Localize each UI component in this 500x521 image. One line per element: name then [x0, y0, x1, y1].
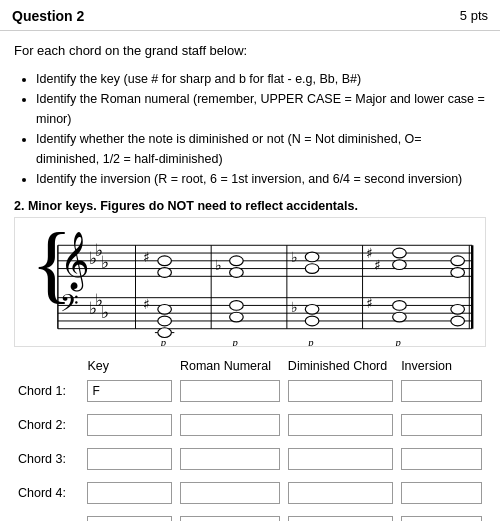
svg-text:♭: ♭ — [101, 251, 109, 271]
chord-1-inv-input[interactable] — [401, 380, 482, 402]
svg-text:♯: ♯ — [143, 297, 150, 312]
table-row: Chord 1: — [14, 377, 486, 405]
chord-4-inv-cell — [397, 479, 486, 507]
chord-5-label: Chord 5: — [14, 513, 83, 522]
question-title: Question 2 — [12, 8, 84, 24]
chord-1-key-cell — [83, 377, 176, 405]
svg-text:♭: ♭ — [89, 298, 97, 318]
svg-text:𝄞: 𝄞 — [60, 232, 90, 292]
bullet-1: Identify the key (use # for sharp and b … — [36, 69, 486, 89]
bullet-2: Identify the Roman numeral (remember, UP… — [36, 89, 486, 129]
chord-2-key-cell — [83, 411, 176, 439]
svg-text:𝄢: 𝄢 — [60, 290, 79, 322]
svg-text:♭: ♭ — [215, 257, 222, 272]
chord-4-dim-input[interactable] — [288, 482, 393, 504]
svg-text:♭: ♭ — [89, 247, 97, 267]
chord-4-key-input[interactable] — [87, 482, 172, 504]
svg-text:♯: ♯ — [366, 296, 373, 311]
chord-4-inv-input[interactable] — [401, 482, 482, 504]
chord-1-key-input[interactable] — [87, 380, 172, 402]
chord-1-roman-input[interactable] — [180, 380, 280, 402]
col-header-roman: Roman Numeral — [176, 357, 284, 377]
section-label: 2. Minor keys. Figures do NOT need to re… — [14, 199, 486, 213]
svg-text:♭: ♭ — [291, 249, 298, 264]
chord-2-dim-cell — [284, 411, 397, 439]
svg-point-36 — [230, 267, 244, 277]
svg-text:p: p — [160, 336, 166, 347]
chord-3-roman-input[interactable] — [180, 448, 280, 470]
chord-3-dim-cell — [284, 445, 397, 473]
col-header-key: Key — [83, 357, 176, 377]
chord-5-dim-cell — [284, 513, 397, 522]
svg-point-28 — [158, 267, 172, 277]
chord-2-key-input[interactable] — [87, 414, 172, 436]
svg-point-48 — [393, 259, 407, 269]
chord-3-key-input[interactable] — [87, 448, 172, 470]
chord-4-label: Chord 4: — [14, 479, 83, 507]
svg-point-50 — [393, 300, 407, 310]
svg-text:p: p — [395, 336, 401, 347]
table-row: Chord 2: — [14, 411, 486, 439]
svg-point-38 — [230, 312, 244, 322]
svg-point-35 — [230, 255, 244, 265]
chord-2-inv-input[interactable] — [401, 414, 482, 436]
svg-text:♯: ♯ — [374, 257, 381, 272]
table-row: Chord 3: — [14, 445, 486, 473]
col-header-empty — [14, 357, 83, 377]
grand-staff: { 𝄞 𝄢 ♭ ♭ ♭ ♭ ♭ ♭ ♯ ♯ — [21, 222, 479, 347]
chord-1-inv-cell — [397, 377, 486, 405]
chord-2-label: Chord 2: — [14, 411, 83, 439]
svg-text:♯: ♯ — [366, 245, 373, 260]
chord-3-inv-input[interactable] — [401, 448, 482, 470]
chord-5-key-input[interactable] — [87, 516, 172, 522]
col-header-inv: Inversion — [397, 357, 486, 377]
svg-point-40 — [305, 252, 319, 262]
chord-3-key-cell — [83, 445, 176, 473]
svg-text:p: p — [232, 336, 238, 347]
chord-4-roman-input[interactable] — [180, 482, 280, 504]
chord-4-key-cell — [83, 479, 176, 507]
chord-5-roman-cell — [176, 513, 284, 522]
chord-5-inv-input[interactable] — [401, 516, 482, 522]
svg-text:p: p — [307, 336, 313, 347]
chord-1-dim-input[interactable] — [288, 380, 393, 402]
svg-point-53 — [451, 267, 465, 277]
svg-point-55 — [451, 316, 465, 326]
svg-point-51 — [393, 312, 407, 322]
bullet-3: Identify whether the note is diminished … — [36, 129, 486, 169]
chord-2-dim-input[interactable] — [288, 414, 393, 436]
chord-2-inv-cell — [397, 411, 486, 439]
chord-4-roman-cell — [176, 479, 284, 507]
intro-line: For each chord on the grand staff below: — [14, 41, 486, 61]
svg-point-37 — [230, 300, 244, 310]
chord-1-label: Chord 1: — [14, 377, 83, 405]
svg-point-47 — [393, 248, 407, 258]
chord-3-inv-cell — [397, 445, 486, 473]
chord-2-roman-cell — [176, 411, 284, 439]
svg-text:♯: ♯ — [143, 249, 150, 264]
table-header-row: Key Roman Numeral Diminished Chord Inver… — [14, 357, 486, 377]
chord-3-dim-input[interactable] — [288, 448, 393, 470]
svg-point-54 — [451, 304, 465, 314]
chord-3-label: Chord 3: — [14, 445, 83, 473]
section-text: Minor keys. Figures do NOT need to refle… — [28, 199, 358, 213]
chord-3-roman-cell — [176, 445, 284, 473]
svg-point-27 — [158, 255, 172, 265]
chord-5-roman-input[interactable] — [180, 516, 280, 522]
chord-1-roman-cell — [176, 377, 284, 405]
col-header-dim: Diminished Chord — [284, 357, 397, 377]
svg-point-52 — [451, 255, 465, 265]
chord-2-roman-input[interactable] — [180, 414, 280, 436]
chord-4-dim-cell — [284, 479, 397, 507]
svg-point-44 — [305, 316, 319, 326]
svg-point-30 — [158, 304, 172, 314]
chord-5-dim-input[interactable] — [288, 516, 393, 522]
staff-container: { 𝄞 𝄢 ♭ ♭ ♭ ♭ ♭ ♭ ♯ ♯ — [14, 217, 486, 347]
svg-point-41 — [305, 263, 319, 273]
svg-text:♭: ♭ — [291, 300, 298, 315]
table-row: Chord 5: — [14, 513, 486, 522]
bullet-4: Identify the inversion (R = root, 6 = 1s… — [36, 169, 486, 189]
svg-text:♭: ♭ — [101, 302, 109, 322]
chord-1-dim-cell — [284, 377, 397, 405]
header: Question 2 5 pts — [0, 0, 500, 31]
